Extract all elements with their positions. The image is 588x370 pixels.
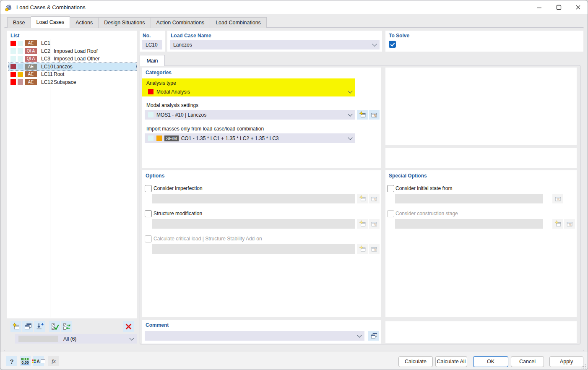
category-color-swatch bbox=[18, 72, 23, 77]
load-case-number-field[interactable]: LC10 bbox=[142, 40, 162, 50]
options-header: Options bbox=[146, 173, 164, 179]
analysis-type-color-swatch bbox=[148, 89, 154, 94]
load-case-name-label: Load Case Name bbox=[171, 33, 211, 39]
edit-modal-settings-button[interactable] bbox=[369, 110, 380, 120]
delete-x-icon bbox=[124, 322, 133, 331]
load-cases-dialog: Load Cases & Combinations Base Load Case… bbox=[0, 0, 588, 370]
apply-comment-to-all-button[interactable] bbox=[368, 331, 379, 341]
chevron-down-icon bbox=[372, 42, 377, 46]
list-item[interactable]: QI A LC3 Imposed Load Other bbox=[9, 55, 136, 63]
action-color-swatch bbox=[10, 72, 16, 77]
load-case-name: Imposed Load Roof bbox=[54, 48, 98, 54]
new-modal-settings-button[interactable] bbox=[357, 110, 368, 120]
action-color-swatch bbox=[10, 41, 16, 46]
decimal-places-icon: 0,00 bbox=[21, 358, 29, 365]
list-item[interactable]: QI A LC2 Imposed Load Roof bbox=[9, 47, 136, 55]
cancel-button[interactable]: Cancel bbox=[511, 356, 544, 367]
load-cases-app-icon bbox=[5, 3, 13, 12]
tab-load-combinations[interactable]: Load Combinations bbox=[210, 17, 267, 28]
list-panel: List AE LC1 QI A LC2 Imposed Load Roof Q… bbox=[7, 31, 137, 318]
tab-action-combinations[interactable]: Action Combinations bbox=[151, 17, 211, 28]
consider-imperfection-checkbox[interactable] bbox=[145, 185, 152, 192]
to-solve-box: To Solve bbox=[385, 31, 583, 52]
list-item[interactable]: AE LC11 Root bbox=[9, 70, 136, 78]
display-properties-button[interactable]: A bbox=[33, 356, 44, 366]
insert-load-case-button[interactable] bbox=[34, 321, 45, 332]
minimize-button[interactable] bbox=[530, 0, 549, 14]
analysis-info-panel bbox=[385, 68, 577, 145]
comment-dropdown[interactable] bbox=[145, 331, 364, 341]
list-item-selected[interactable]: AE LC10 Lanczos bbox=[9, 63, 136, 70]
tab-base[interactable]: Base bbox=[7, 17, 31, 28]
import-masses-label: Import masses only from load case/load c… bbox=[146, 126, 264, 132]
new-icon bbox=[359, 220, 367, 228]
consider-construction-stage-label: Consider construction stage bbox=[395, 211, 458, 216]
category-color-swatch bbox=[18, 56, 23, 62]
special-options-panel: Special Options Consider initial state f… bbox=[385, 170, 577, 317]
edit-icon bbox=[566, 220, 574, 228]
tab-design-situations[interactable]: Design Situations bbox=[99, 17, 151, 28]
consider-construction-stage-checkbox bbox=[387, 210, 394, 217]
invert-to-solve-button[interactable] bbox=[61, 321, 72, 332]
formula-button[interactable]: fx bbox=[48, 356, 59, 366]
critical-load-field bbox=[152, 244, 355, 254]
insert-icon bbox=[35, 322, 44, 331]
import-masses-dropdown[interactable]: SE/M CO1 - 1.35 * LC1 + 1.35 * LC2 + 1.3… bbox=[145, 133, 355, 143]
maximize-button[interactable] bbox=[549, 0, 568, 14]
list-item[interactable]: AE LC12 Subspace bbox=[9, 78, 136, 86]
load-case-id: LC1 bbox=[41, 40, 52, 46]
units-decimal-places-button[interactable]: 0,00 bbox=[20, 356, 31, 366]
consider-initial-state-checkbox[interactable] bbox=[387, 185, 394, 192]
new-icon bbox=[359, 111, 367, 119]
action-type-badge: QI A bbox=[25, 56, 37, 62]
edit-icon bbox=[370, 111, 378, 119]
imperfection-case-field bbox=[152, 194, 355, 203]
edit-initial-state-button bbox=[552, 194, 563, 203]
load-case-id: LC11 bbox=[41, 71, 52, 77]
category-color-swatch bbox=[18, 79, 23, 85]
no-label: No. bbox=[143, 33, 151, 39]
resize-grip[interactable] bbox=[581, 364, 586, 369]
window-title: Load Cases & Combinations bbox=[16, 4, 86, 10]
help-button[interactable]: ? bbox=[6, 356, 17, 366]
chevron-down-icon bbox=[348, 89, 352, 93]
name-box: Load Case Name Lanczos bbox=[167, 31, 382, 52]
calculate-button[interactable]: Calculate bbox=[398, 356, 433, 367]
ok-button[interactable]: OK bbox=[473, 356, 508, 367]
load-case-name-dropdown[interactable]: Lanczos bbox=[170, 40, 380, 50]
filter-color-swatch bbox=[18, 336, 58, 342]
analysis-type-dropdown[interactable]: Modal Analysis bbox=[145, 87, 355, 96]
structure-modification-field bbox=[152, 219, 355, 229]
load-case-id: LC3 bbox=[41, 56, 52, 62]
select-all-to-solve-button[interactable] bbox=[49, 321, 60, 332]
tab-main[interactable]: Main bbox=[140, 55, 165, 66]
titlebar: Load Cases & Combinations bbox=[0, 0, 588, 14]
load-case-id: LC12 bbox=[41, 79, 52, 85]
chevron-down-icon bbox=[357, 333, 362, 337]
calculate-critical-load-label: Calculate critical load | Structure Stab… bbox=[154, 236, 262, 242]
category-color-swatch bbox=[18, 48, 23, 54]
action-type-badge: QI A bbox=[25, 48, 37, 54]
list-filter-dropdown[interactable]: All (6) bbox=[15, 334, 137, 344]
list-item[interactable]: AE LC1 bbox=[9, 39, 136, 47]
tab-actions[interactable]: Actions bbox=[70, 17, 99, 28]
copy-load-case-button[interactable] bbox=[22, 321, 33, 332]
new-load-case-button[interactable] bbox=[10, 321, 21, 332]
analysis-info-panel-small bbox=[385, 148, 577, 168]
calculate-all-button[interactable]: Calculate All bbox=[435, 356, 467, 367]
to-solve-checkbox[interactable] bbox=[389, 41, 396, 48]
modal-settings-dropdown[interactable]: MOS1 - #10 | Lanczos bbox=[145, 110, 355, 120]
close-button[interactable] bbox=[568, 0, 588, 14]
apply-button[interactable]: Apply bbox=[549, 356, 583, 367]
chevron-down-icon bbox=[348, 135, 352, 140]
comment-header: Comment bbox=[146, 322, 169, 328]
new-imperfection-button bbox=[357, 194, 368, 203]
load-case-id: LC2 bbox=[41, 48, 52, 54]
new-icon bbox=[554, 220, 562, 228]
edit-icon bbox=[554, 195, 562, 203]
consider-initial-state-label: Consider initial state from bbox=[395, 185, 452, 191]
fx-icon: fx bbox=[52, 358, 55, 365]
delete-load-case-button[interactable] bbox=[123, 321, 134, 332]
structure-modification-checkbox[interactable] bbox=[145, 210, 152, 217]
tab-load-cases[interactable]: Load Cases bbox=[31, 16, 70, 28]
